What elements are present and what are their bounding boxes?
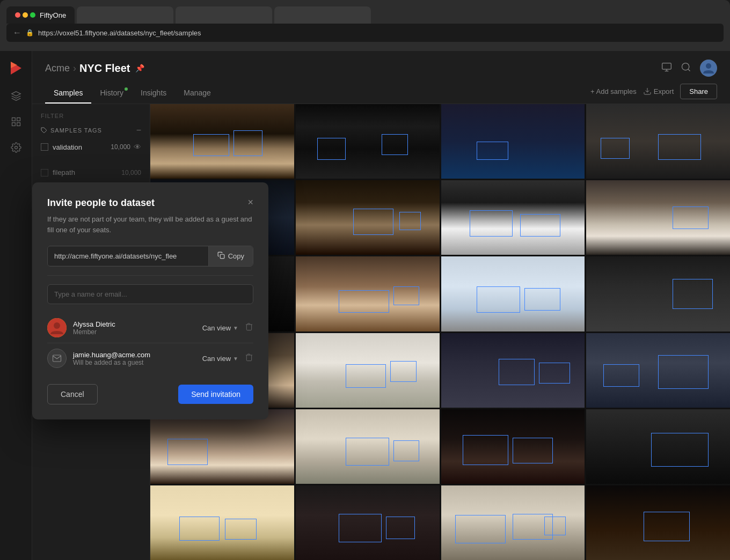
user-name-0: Alyssa Dietric — [73, 320, 115, 328]
user-avatar-0 — [47, 318, 67, 337]
user-details-1: jamie.huang@acme.com Will be added as a … — [73, 351, 150, 366]
send-invitation-button[interactable]: Send invitation — [178, 385, 253, 404]
grid-cell-19[interactable] — [441, 409, 585, 484]
invite-modal: Invite people to dataset × If they are n… — [32, 182, 268, 419]
delete-user-button-1[interactable] — [245, 353, 253, 364]
user-permission-1[interactable]: Can view ▼ — [202, 355, 238, 363]
grid-cell-21[interactable] — [150, 485, 294, 560]
modal-divider — [47, 275, 253, 276]
svg-rect-2 — [12, 118, 15, 121]
grid-cell-17[interactable] — [150, 409, 294, 484]
grid-cell-4[interactable] — [586, 104, 730, 179]
tab-insights[interactable]: Insights — [132, 83, 175, 104]
grid-cell-24[interactable] — [586, 485, 730, 560]
grid-cell-2[interactable] — [296, 104, 440, 179]
user-email-1: jamie.huang@acme.com — [73, 351, 150, 359]
tab-history[interactable]: History — [91, 83, 132, 104]
svg-rect-5 — [17, 123, 20, 126]
inactive-tab-1[interactable] — [77, 6, 173, 24]
sidebar-icon-settings[interactable] — [10, 141, 23, 154]
inactive-tab-3[interactable] — [274, 6, 371, 24]
grid-cell-22[interactable] — [296, 485, 440, 560]
svg-point-6 — [14, 146, 17, 149]
inactive-tab-2[interactable] — [176, 6, 272, 24]
search-icon[interactable] — [681, 62, 691, 75]
active-tab[interactable]: FiftyOne — [6, 6, 75, 24]
filter-group-title: SAMPLES TAGS — [41, 127, 102, 134]
user-permission-0[interactable]: Can view ▼ — [202, 324, 238, 332]
grid-cell-10[interactable] — [296, 256, 440, 331]
sidebar-icon-layers[interactable] — [10, 90, 23, 102]
filter-collapse[interactable]: − — [136, 126, 141, 135]
grid-cell-12[interactable] — [586, 256, 730, 331]
minimize-dot — [23, 12, 28, 18]
grid-cell-16[interactable] — [586, 333, 730, 408]
sidebar-icon-grid[interactable] — [10, 115, 23, 128]
filter-filepath-label: filepath — [41, 168, 75, 176]
export-button[interactable]: Export — [643, 87, 674, 95]
filter-eye-icon[interactable]: 👁 — [134, 143, 141, 151]
breadcrumb: Acme › NYC Fleet 📌 — [45, 62, 144, 75]
grid-cell-3[interactable] — [441, 104, 585, 179]
chevron-down-icon-1: ▼ — [233, 356, 238, 362]
user-note-1: Will be added as a guest — [73, 359, 150, 366]
filter-validation-checkbox[interactable] — [41, 143, 48, 151]
grid-cell-20[interactable] — [586, 409, 730, 484]
grid-cell-8[interactable] — [586, 180, 730, 255]
user-role-0: Member — [73, 328, 115, 336]
grid-cell-7[interactable] — [441, 180, 585, 255]
grid-cell-18[interactable] — [296, 409, 440, 484]
nav-tabs: Samples History Insights Manage — [45, 83, 220, 104]
grid-cell-11[interactable] — [441, 256, 585, 331]
copy-button[interactable]: Copy — [208, 246, 253, 266]
browser-tabs: FiftyOne — [0, 0, 730, 24]
filter-group-header: SAMPLES TAGS − — [41, 126, 141, 135]
grid-cell-14[interactable] — [296, 333, 440, 408]
header-top: Acme › NYC Fleet 📌 — [45, 60, 717, 77]
grid-cell-1[interactable] — [150, 104, 294, 179]
svg-rect-7 — [662, 63, 671, 69]
window-controls — [15, 12, 35, 18]
modal-footer: Cancel Send invitation — [47, 384, 253, 404]
svg-rect-4 — [12, 123, 15, 126]
filter-validation-count: 10,000 👁 — [111, 143, 141, 151]
copy-icon — [217, 252, 225, 261]
link-copy-row: Copy — [47, 246, 253, 267]
svg-line-11 — [688, 69, 690, 71]
lock-icon: 🔒 — [26, 29, 34, 36]
active-tab-label: FiftyOne — [40, 11, 66, 19]
grid-cell-15[interactable] — [441, 333, 585, 408]
breadcrumb-parent: Acme — [45, 63, 70, 74]
chevron-down-icon-0: ▼ — [233, 325, 238, 331]
add-samples-button[interactable]: + Add samples — [590, 87, 637, 95]
link-input[interactable] — [48, 247, 208, 266]
user-entry-0: Alyssa Dietric Member Can view ▼ — [47, 313, 253, 343]
svg-rect-16 — [220, 254, 224, 259]
page-header: Acme › NYC Fleet 📌 — [32, 51, 730, 104]
tab-samples[interactable]: Samples — [45, 83, 91, 104]
modal-title: Invite people to dataset — [47, 197, 155, 209]
svg-point-18 — [54, 322, 60, 329]
grid-cell-6[interactable] — [296, 180, 440, 255]
pin-icon: 📌 — [135, 64, 144, 72]
header-actions — [661, 60, 717, 77]
delete-user-button-0[interactable] — [245, 322, 253, 333]
svg-point-10 — [682, 63, 689, 70]
header-nav-row: Samples History Insights Manage + — [45, 83, 717, 104]
monitor-icon[interactable] — [661, 62, 672, 75]
avatar[interactable] — [700, 60, 717, 77]
sidebar — [0, 51, 32, 560]
url-display: https://voxel51.fiftyone.ai/datasets/nyc… — [38, 29, 717, 37]
filter-validation-checkbox-label[interactable]: validation — [41, 143, 82, 151]
modal-close-button[interactable]: × — [247, 197, 253, 207]
name-email-input[interactable] — [47, 284, 253, 304]
share-button[interactable]: Share — [680, 84, 717, 99]
breadcrumb-separator: › — [73, 63, 76, 74]
filter-validation-row: validation 10,000 👁 — [41, 139, 141, 154]
back-button[interactable]: ← — [13, 28, 21, 38]
grid-cell-23[interactable] — [441, 485, 585, 560]
filter-filepath-checkbox[interactable] — [41, 169, 48, 176]
cancel-button[interactable]: Cancel — [47, 384, 98, 404]
tab-manage[interactable]: Manage — [175, 83, 220, 104]
svg-point-13 — [706, 63, 711, 69]
